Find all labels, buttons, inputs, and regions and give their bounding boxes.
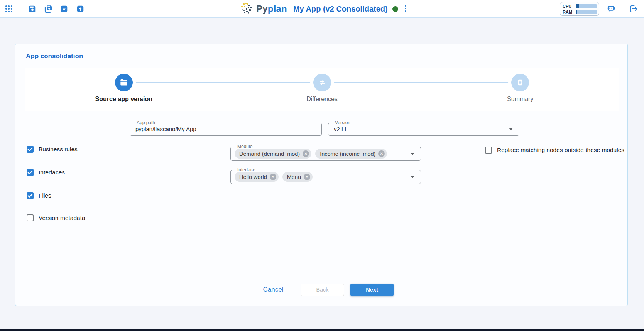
robot-chat-icon <box>606 4 616 15</box>
chip-label: Demand (demand_mod) <box>239 151 300 157</box>
logout-button[interactable] <box>629 4 638 15</box>
ram-bar-fill <box>576 10 577 14</box>
cpu-bar-fill <box>576 4 579 8</box>
checkbox-interfaces[interactable]: Interfaces <box>27 169 65 176</box>
apps-menu-button[interactable] <box>5 5 13 14</box>
checkbox-label: Version metadata <box>39 214 85 221</box>
checkbox-label: Business rules <box>39 146 78 153</box>
chevron-down-icon <box>509 128 513 130</box>
checkbox-files[interactable]: Version metadata Files <box>27 192 51 199</box>
wizard-stepper: Source app version Differences <box>25 68 619 111</box>
app-path-field-value: pyplan/llascano/My App <box>130 123 321 135</box>
import-app-button[interactable] <box>60 5 68 14</box>
checkbox-business-rules[interactable]: Business rules <box>27 145 78 153</box>
folder-icon <box>115 74 133 91</box>
export-app-button[interactable] <box>76 5 85 14</box>
app-path-field-label: App path <box>135 120 157 125</box>
app-status-dot <box>392 6 398 12</box>
cpu-bar <box>576 4 597 8</box>
cpu-label: CPU <box>563 4 574 8</box>
module-chip[interactable]: Demand (demand_mod) ✕ <box>235 149 311 159</box>
bottom-edge-bar <box>0 329 644 331</box>
cancel-button[interactable]: Cancel <box>258 284 289 296</box>
step-summary[interactable]: Summary <box>421 68 619 111</box>
checkbox-checked-icon[interactable] <box>27 192 34 199</box>
cpu-row: CPU <box>563 4 597 8</box>
chip-remove-icon[interactable]: ✕ <box>378 150 385 157</box>
swap-arrows-icon <box>313 74 331 91</box>
checkbox-unchecked-icon[interactable] <box>27 214 34 221</box>
app-path-field[interactable]: App path pyplan/llascano/My App <box>130 123 322 136</box>
next-button[interactable]: Next <box>350 284 394 296</box>
brand-and-title: Pyplan My App (v2 Consolidated) <box>240 0 409 18</box>
checkbox-unchecked-icon[interactable] <box>485 147 492 154</box>
step-source-app-version[interactable]: Source app version <box>25 68 223 111</box>
download-icon <box>60 5 68 14</box>
step-label: Summary <box>507 96 533 103</box>
step-label: Source app version <box>95 96 153 103</box>
save-button[interactable] <box>28 5 37 14</box>
pyplan-app-screen: Pyplan My App (v2 Consolidated) CPU RAM <box>0 0 644 331</box>
chip-remove-icon[interactable]: ✕ <box>270 174 276 180</box>
apps-grid-icon <box>5 5 13 14</box>
brand-name-plan: plan <box>268 3 287 14</box>
resource-monitor: CPU RAM <box>560 2 599 16</box>
save-icon <box>28 5 37 14</box>
chip-remove-icon[interactable]: ✕ <box>304 174 310 180</box>
ram-bar <box>576 10 597 14</box>
app-consolidation-dialog: App consolidation Source app version <box>15 44 628 306</box>
brand-name-py: Py <box>256 3 268 14</box>
checkbox-label: Interfaces <box>39 169 65 176</box>
checkbox-checked-icon[interactable] <box>27 146 34 153</box>
upload-icon <box>76 5 85 14</box>
save-all-icon <box>43 4 52 15</box>
assistant-button[interactable] <box>606 4 616 15</box>
toolbar-divider <box>24 3 24 14</box>
chip-label: Income (income_mod) <box>320 151 375 157</box>
back-button[interactable]: Back <box>301 284 344 296</box>
toolbar-divider-right <box>623 3 623 15</box>
module-select[interactable]: Module Demand (demand_mod) ✕ Income (inc… <box>230 147 421 161</box>
ram-label: RAM <box>563 10 574 14</box>
app-title: My App (v2 Consolidated) <box>293 5 388 14</box>
app-menu-kebab-button[interactable] <box>402 4 409 14</box>
stepper-connector <box>136 82 310 83</box>
version-select[interactable]: Version v2 LL <box>328 123 519 136</box>
ram-row: RAM <box>563 10 597 14</box>
interface-chip[interactable]: Menu ✕ <box>282 172 313 182</box>
module-chips: Demand (demand_mod) ✕ Income (income_mod… <box>231 147 421 160</box>
version-select-label: Version <box>333 120 352 125</box>
step-differences[interactable]: Differences <box>223 68 421 111</box>
step-label: Differences <box>306 96 338 103</box>
module-select-label: Module <box>235 144 254 149</box>
interface-chip[interactable]: Hello world ✕ <box>235 172 279 182</box>
version-select-value: v2 LL <box>328 123 519 135</box>
interface-chips: Hello world ✕ Menu ✕ <box>231 170 421 184</box>
checkbox-checked-icon[interactable] <box>27 169 34 176</box>
interface-select-label: Interface <box>235 167 257 172</box>
summary-document-icon <box>511 74 529 91</box>
brand-name: Pyplan <box>256 3 287 14</box>
kebab-icon <box>402 4 409 14</box>
dialog-title: App consolidation <box>26 52 83 60</box>
checkbox-replace-matching-nodes[interactable]: Replace matching nodes outside these mod… <box>485 146 624 154</box>
logout-icon <box>629 4 638 15</box>
module-chip[interactable]: Income (income_mod) ✕ <box>315 149 387 159</box>
chip-label: Menu <box>287 174 301 180</box>
chip-label: Hello world <box>239 174 267 180</box>
chevron-down-icon <box>411 176 414 178</box>
chevron-down-icon <box>411 153 414 155</box>
checkbox-label: Files <box>39 192 51 199</box>
top-toolbar: Pyplan My App (v2 Consolidated) CPU RAM <box>0 0 644 18</box>
save-all-button[interactable] <box>43 4 52 15</box>
pyplan-logo-icon <box>240 2 252 16</box>
interface-select[interactable]: Interface Hello world ✕ Menu ✕ <box>230 170 421 184</box>
checkbox-label: Replace matching nodes outside these mod… <box>497 147 624 154</box>
stepper-connector <box>334 82 508 83</box>
chip-remove-icon[interactable]: ✕ <box>303 150 309 157</box>
checkbox-version-metadata[interactable]: Version metadata <box>27 214 85 222</box>
